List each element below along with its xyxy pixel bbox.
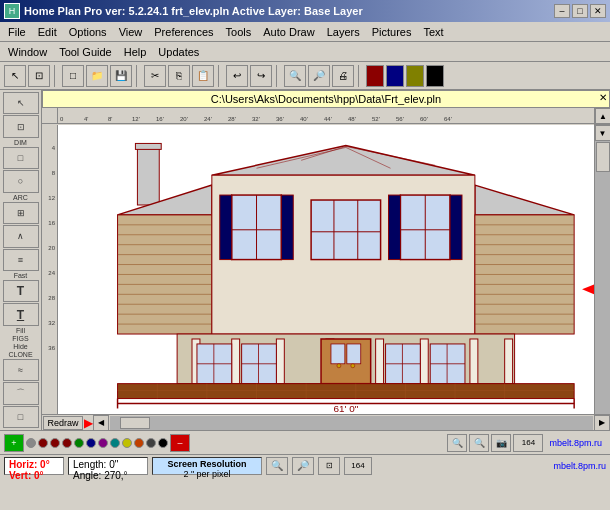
menu-layers[interactable]: Layers: [321, 24, 366, 40]
tb-undo[interactable]: ↩: [226, 65, 248, 87]
tool-stair[interactable]: ≡: [3, 249, 39, 271]
tb-redo[interactable]: ↪: [250, 65, 272, 87]
svg-rect-51: [232, 339, 240, 384]
bt-plus[interactable]: +: [4, 434, 24, 452]
bt-zoom1[interactable]: 🔍: [447, 434, 467, 452]
tool-text2[interactable]: T: [3, 303, 39, 325]
scroll-thumb-v[interactable]: [596, 142, 610, 172]
main-toolbar: ↖ ⊡ □ 📁 💾 ✂ ⎘ 📋 ↩ ↪ 🔍 🔎 🖨: [0, 62, 610, 90]
status-horiz-vert: Horiz: 0° Vert: 0°: [4, 457, 64, 475]
tb-new[interactable]: □: [62, 65, 84, 87]
menu-tools[interactable]: Tools: [220, 24, 258, 40]
status-length-angle: Length: 0" Angle: 270,°: [68, 457, 148, 475]
status-website[interactable]: mbelt.8pm.ru: [553, 461, 606, 471]
tb-color3[interactable]: [406, 65, 424, 87]
website-link[interactable]: mbelt.8pm.ru: [545, 438, 606, 448]
svg-rect-75: [118, 384, 575, 399]
tool-shape[interactable]: □: [3, 406, 39, 428]
menu-help[interactable]: Help: [118, 44, 153, 60]
tool-text[interactable]: T: [3, 280, 39, 302]
menu-edit[interactable]: Edit: [32, 24, 63, 40]
status-screen-res: Screen Resolution 2 " per pixel: [152, 457, 262, 475]
tb-zoom-out[interactable]: 🔎: [308, 65, 330, 87]
bt-dot6[interactable]: [86, 438, 96, 448]
tb-arrow[interactable]: ↖: [4, 65, 26, 87]
scroll-thumb-h[interactable]: [120, 417, 150, 429]
scroll-up-arrow[interactable]: ▲: [595, 108, 610, 124]
drawing-area[interactable]: 61' 0": [58, 125, 594, 414]
close-button[interactable]: ✕: [590, 4, 606, 18]
bt-dot2[interactable]: [38, 438, 48, 448]
svg-rect-1: [137, 145, 159, 205]
scroll-left-arrow[interactable]: ◀: [93, 415, 109, 431]
title-text: Home Plan Pro ver: 5.2.24.1 frt_elev.pln…: [24, 5, 363, 17]
scroll-right-arrow[interactable]: ▶: [594, 415, 610, 431]
tool-wave[interactable]: ≈: [3, 359, 39, 381]
menu-autodraw[interactable]: Auto Draw: [257, 24, 320, 40]
bt-dot1[interactable]: [26, 438, 36, 448]
bt-dot7[interactable]: [98, 438, 108, 448]
canvas-close[interactable]: ✕: [599, 92, 607, 103]
tool-rect[interactable]: □: [3, 147, 39, 169]
tb-open[interactable]: 📁: [86, 65, 108, 87]
bt-dot9[interactable]: [122, 438, 132, 448]
left-toolbar: ↖ ⊡ DIM □ ○ ARC ⊞ ∧ ≡ Fast T T Fill FIGS…: [0, 90, 42, 430]
bt-dot11[interactable]: [146, 438, 156, 448]
tb-cut[interactable]: ✂: [144, 65, 166, 87]
tb-color-black[interactable]: [426, 65, 444, 87]
menu-bar-2: Window Tool Guide Help Updates: [0, 42, 610, 62]
menu-preferences[interactable]: Preferences: [148, 24, 219, 40]
tool-select[interactable]: ↖: [3, 92, 39, 114]
tool-roof[interactable]: ∧: [3, 225, 39, 247]
maximize-button[interactable]: □: [572, 4, 588, 18]
menu-text[interactable]: Text: [417, 24, 449, 40]
menu-view[interactable]: View: [113, 24, 149, 40]
redraw-button[interactable]: Redraw: [43, 416, 83, 430]
minimize-button[interactable]: –: [554, 4, 570, 18]
ruler-mark-32: 32: [48, 320, 55, 326]
zoom-in-status[interactable]: 🔍: [266, 457, 288, 475]
bt-dot4[interactable]: [62, 438, 72, 448]
bt-dot12[interactable]: [158, 438, 168, 448]
svg-rect-39: [281, 195, 293, 260]
tb-save[interactable]: 💾: [110, 65, 132, 87]
scroll-down-arrow[interactable]: ▼: [595, 125, 611, 141]
svg-rect-56: [470, 339, 478, 384]
menu-options[interactable]: Options: [63, 24, 113, 40]
tool-select2[interactable]: ⊡: [3, 115, 39, 137]
zoom-out-status[interactable]: 🔎: [292, 457, 314, 475]
scroll-track-v[interactable]: [595, 141, 611, 414]
fill-label: Fill: [16, 327, 25, 334]
tool-curve[interactable]: ⌒: [3, 382, 39, 404]
tb-zoom-in[interactable]: 🔍: [284, 65, 306, 87]
bt-dot5[interactable]: [74, 438, 84, 448]
menu-pictures[interactable]: Pictures: [366, 24, 418, 40]
menu-toolguide[interactable]: Tool Guide: [53, 44, 118, 60]
menu-file[interactable]: File: [2, 24, 32, 40]
tb-select[interactable]: ⊡: [28, 65, 50, 87]
scroll-track-h[interactable]: [110, 416, 593, 430]
bt-num[interactable]: 164: [513, 434, 543, 452]
num-status[interactable]: 164: [344, 457, 372, 475]
tb-color1[interactable]: [366, 65, 384, 87]
tb-color2[interactable]: [386, 65, 404, 87]
tool-ellipse[interactable]: ○: [3, 170, 39, 192]
menu-window[interactable]: Window: [2, 44, 53, 60]
bt-dot3[interactable]: [50, 438, 60, 448]
bt-dot10[interactable]: [134, 438, 144, 448]
canvas-with-scroll: C:\Users\Aks\Documents\hpp\Data\Frt_elev…: [42, 90, 610, 430]
ruler-mark-12: 12: [48, 195, 55, 201]
menu-updates[interactable]: Updates: [152, 44, 205, 60]
bt-minus[interactable]: –: [170, 434, 190, 452]
ruler-mark-36: 36: [48, 345, 55, 351]
tb-print[interactable]: 🖨: [332, 65, 354, 87]
bt-dot8[interactable]: [110, 438, 120, 448]
tool-grid[interactable]: ⊞: [3, 202, 39, 224]
bt-cam[interactable]: 📷: [491, 434, 511, 452]
zoom-fit-status[interactable]: ⊡: [318, 457, 340, 475]
ruler-left: 4 8 12 16 20 24 28 32 36: [42, 125, 58, 414]
svg-rect-54: [376, 339, 384, 384]
tb-paste[interactable]: 📋: [192, 65, 214, 87]
tb-copy[interactable]: ⎘: [168, 65, 190, 87]
bt-zoom2[interactable]: 🔍: [469, 434, 489, 452]
